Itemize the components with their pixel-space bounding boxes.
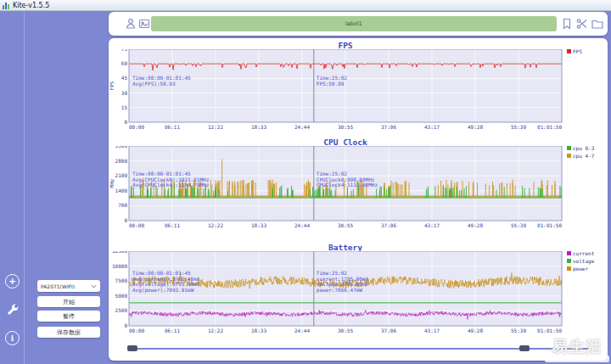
device-select-value: PA2071(WIFI)	[41, 283, 75, 289]
x-axis-tick-label: 30:55	[338, 124, 353, 130]
x-axis-tick-label: 12:22	[208, 328, 223, 333]
user-button[interactable]	[124, 17, 137, 31]
save-data-button-label: 保存数据	[57, 328, 81, 337]
slider-handle-right[interactable]	[519, 345, 530, 351]
app-icon	[3, 2, 10, 9]
y-axis-tick-label: 3500	[115, 146, 128, 148]
open-file-button[interactable]	[591, 17, 604, 31]
y-axis-tick-label: 7500	[115, 277, 128, 283]
fps-plot[interactable]: 0153045607500:0006:1112:2218:3324:4430:5…	[109, 49, 601, 139]
save-mark-button[interactable]	[560, 17, 574, 31]
plot-svg[interactable]: 0700140021002800350000:0006:1112:2218:33…	[109, 146, 601, 234]
session-label-field[interactable]: label1	[151, 16, 557, 31]
legend-item: FPS	[567, 48, 606, 54]
y-axis-unit-label: MHz	[109, 178, 115, 188]
y-axis-tick-label: 0	[124, 217, 127, 223]
pause-button[interactable]: 暂停	[37, 311, 100, 322]
x-axis-tick-label: 49:28	[468, 124, 483, 130]
legend-swatch	[567, 266, 571, 271]
pause-button-label: 暂停	[63, 312, 75, 321]
x-axis-tick-label: 37:06	[381, 124, 396, 130]
x-axis-tick-label: 55:39	[511, 222, 526, 228]
x-axis-tick-label: 00:00	[129, 222, 144, 228]
slider-handle-left[interactable]	[127, 345, 137, 351]
y-axis-tick-label: 75	[121, 49, 128, 52]
info-icon: i	[11, 334, 14, 343]
x-axis-tick-label: 37:06	[381, 222, 396, 228]
battery-legend: currentvoltagepower	[567, 250, 606, 273]
start-button[interactable]: 开始	[37, 296, 100, 307]
y-axis-tick-label: 60	[121, 60, 128, 66]
fps-chart: FPS 0153045607500:0006:1112:2218:3324:44…	[109, 41, 608, 137]
chevron-down-icon	[91, 283, 97, 289]
legend-item: power	[567, 266, 606, 272]
x-axis-tick-label: 06:11	[165, 328, 180, 333]
legend-item: cpu 4-7	[567, 153, 606, 159]
app-window: Kite-v1.5.5 + i PA2071(WIFI) 开始 暂停 保存数据	[0, 0, 611, 364]
y-axis-tick-label: 15	[121, 104, 128, 110]
session-label-text: label1	[345, 20, 362, 27]
save-data-button[interactable]: 保存数据	[37, 327, 100, 338]
battery-chart: Battery 0250050007500100001250000:0006:1…	[109, 243, 608, 348]
x-axis-tick-label: 18:33	[251, 124, 266, 130]
x-axis-tick-label: 24:44	[294, 124, 310, 130]
y-axis-tick-label: 45	[121, 75, 128, 81]
legend-swatch	[567, 146, 571, 150]
x-axis-tick-label: 43:17	[424, 124, 440, 130]
x-axis-tick-label: 12:22	[208, 124, 223, 130]
x-axis-tick-label: 55:39	[511, 328, 526, 333]
y-axis-tick-label: 30	[121, 90, 128, 96]
x-axis-tick-label: 00:00	[129, 124, 144, 130]
screenshot-button[interactable]	[137, 17, 151, 31]
legend-item: cpu 0-3	[567, 145, 606, 151]
window-titlebar[interactable]: Kite-v1.5.5	[0, 0, 611, 11]
tools-button[interactable]	[4, 302, 20, 318]
plot-svg[interactable]: 0153045607500:0006:1112:2218:3324:4430:5…	[109, 49, 601, 136]
cpu-clock-chart: CPU Clock 0700140021002800350000:0006:11…	[109, 137, 608, 243]
x-axis-tick-label: 18:33	[251, 222, 266, 228]
x-axis-tick-label: 24:44	[294, 222, 310, 228]
x-axis-tick-label: 43:17	[424, 222, 440, 228]
plus-icon: +	[8, 276, 16, 287]
x-axis-tick-label: 49:28	[468, 328, 483, 333]
sidebar-divider	[24, 12, 25, 364]
x-axis-tick-label: 30:55	[338, 222, 353, 228]
legend-label: voltage	[573, 258, 594, 264]
plot-svg[interactable]: 0250050007500100001250000:0006:1112:2218…	[109, 251, 601, 339]
x-axis-tick-label: 37:06	[381, 328, 396, 333]
range-annotation-text: Avg(FPS):59.93	[132, 81, 176, 87]
timeline-slider[interactable]	[127, 344, 589, 354]
x-axis-tick-label: 55:39	[511, 124, 526, 130]
y-axis-unit-label: FPS	[109, 81, 115, 90]
info-button[interactable]: i	[5, 331, 20, 345]
y-axis-tick-label: 2100	[115, 172, 128, 178]
legend-label: power	[573, 266, 588, 272]
legend-label: cpu 0-3	[573, 145, 594, 151]
x-axis-tick-label: 12:22	[208, 222, 223, 228]
add-device-button[interactable]: +	[5, 274, 20, 288]
window-title: Kite-v1.5.5	[13, 0, 49, 11]
y-axis-tick-label: 0	[124, 322, 127, 328]
x-axis-tick-label: 49:28	[468, 222, 483, 228]
start-button-label: 开始	[63, 298, 75, 306]
legend-label: FPS	[573, 48, 582, 54]
cursor-annotation-text: power:7066.47mW	[317, 287, 363, 294]
x-axis-tick-label: 01:01:50	[537, 328, 562, 333]
legend-item: voltage	[567, 258, 606, 264]
y-axis-tick-label: 12500	[112, 251, 127, 254]
cpu-plot[interactable]: 0700140021002800350000:0006:1112:2218:33…	[109, 146, 601, 238]
y-axis-tick-label: 0	[124, 119, 127, 125]
x-axis-tick-label: 01:01:50	[537, 222, 562, 228]
battery-plot[interactable]: 0250050007500100001250000:0006:1112:2218…	[109, 251, 601, 343]
y-axis-tick-label: 5000	[115, 293, 128, 299]
x-axis-tick-label: 18:33	[251, 328, 266, 333]
chart-panel: FPS 0153045607500:0006:1112:2218:3324:44…	[109, 38, 608, 361]
screenshot-icon	[137, 17, 151, 31]
y-axis-tick-label: 700	[118, 202, 127, 208]
cpu-legend: cpu 0-3cpu 4-7	[567, 145, 606, 160]
cut-button[interactable]	[575, 17, 589, 31]
x-axis-tick-label: 06:11	[165, 124, 180, 130]
device-select[interactable]: PA2071(WIFI)	[37, 280, 100, 292]
range-annotation-text: Avg(CPUClock4):1154.79MHz	[132, 182, 210, 188]
fps-legend: FPS	[567, 48, 606, 56]
